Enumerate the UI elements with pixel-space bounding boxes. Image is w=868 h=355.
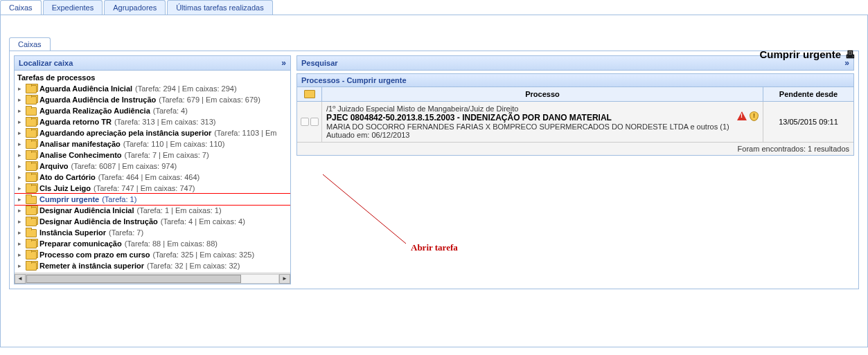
- row-court-path: /1º Juizado Especial Misto de Mangabeira…: [326, 104, 759, 113]
- scroll-thumb[interactable]: [26, 275, 241, 283]
- tree-item[interactable]: ▸Aguarda Audiência Inicial (Tarefa: 294 …: [15, 83, 290, 94]
- chevron-right-icon[interactable]: ▸: [16, 185, 23, 192]
- localizar-header[interactable]: Localizar caixa »: [14, 55, 291, 71]
- tree-item-counts: (Tarefa: 313 | Em caixas: 313): [114, 118, 216, 126]
- folder-icon: [26, 95, 37, 104]
- row-autuado: Autuado em: 06/12/2013: [326, 131, 759, 139]
- tree-item[interactable]: ▸Cumprir urgente (Tarefa: 1): [15, 194, 290, 205]
- row-flags: [737, 111, 759, 121]
- annotation-label: Abrir tarefa: [411, 242, 458, 253]
- chevron-right-icon[interactable]: ▸: [16, 240, 23, 247]
- folder-icon[interactable]: [304, 90, 315, 98]
- open-task-icon[interactable]: [301, 118, 309, 126]
- row-pendente-cell: 13/05/2015 09:11: [763, 102, 853, 142]
- chevron-right-icon[interactable]: ▸: [16, 96, 23, 103]
- folder-icon: [26, 217, 37, 226]
- folder-icon: [26, 117, 37, 127]
- grid-panel: Processos - Cumprir urgente Processo Pen…: [296, 73, 854, 156]
- chevron-right-icon[interactable]: ▸: [16, 207, 23, 214]
- chevron-right-icon[interactable]: ▸: [16, 107, 23, 114]
- scroll-right-arrow-icon[interactable]: ►: [279, 274, 290, 284]
- expand-icon[interactable]: »: [281, 58, 286, 68]
- table-row[interactable]: /1º Juizado Especial Misto de Mangabeira…: [297, 102, 853, 143]
- row-process-title[interactable]: PJEC 0804842-50.2013.8.15.2003 - INDENIZ…: [326, 113, 759, 122]
- inner-tab-caixas[interactable]: Caixas: [9, 37, 51, 51]
- folder-icon: [26, 261, 37, 271]
- outer-tab-bar: Caixas Expedientes Agrupadores Últimas t…: [0, 0, 868, 15]
- tree: Tarefas de processos ▸Aguarda Audiência …: [15, 71, 290, 273]
- chevron-right-icon[interactable]: ▸: [16, 129, 23, 136]
- folder-icon: [26, 194, 37, 204]
- scroll-track[interactable]: [26, 274, 279, 284]
- chevron-right-icon[interactable]: ▸: [16, 251, 23, 258]
- print-icon[interactable]: 🖶: [845, 49, 855, 60]
- tree-item[interactable]: ▸Analise Conhecimento (Tarefa: 7 | Em ca…: [15, 149, 290, 161]
- inner-tab-bar: Caixas: [9, 37, 859, 51]
- grid-header-pendente[interactable]: Pendente desde: [763, 87, 853, 101]
- tree-item-counts: (Tarefa: 4): [153, 107, 188, 115]
- tree-item[interactable]: ▸Designar Audiência Inicial (Tarefa: 1 |…: [15, 205, 290, 216]
- tab-expedientes[interactable]: Expedientes: [43, 0, 103, 15]
- tree-item[interactable]: ▸Aguarda Audiência de Instrução (Tarefa:…: [15, 94, 290, 105]
- folder-icon: [26, 128, 37, 138]
- tree-item[interactable]: ▸Aguarda Realização Audiência (Tarefa: 4…: [15, 105, 290, 116]
- horizontal-scrollbar[interactable]: ◄ ►: [15, 273, 290, 284]
- folder-icon: [26, 172, 37, 182]
- folder-icon: [26, 84, 37, 93]
- tree-item-counts: (Tarefa: 4 | Em caixas: 4): [161, 217, 245, 226]
- row-action-icon[interactable]: [310, 118, 319, 126]
- chevron-right-icon[interactable]: ▸: [16, 140, 23, 147]
- tree-item[interactable]: ▸Remeter à instância superior (Tarefa: 3…: [15, 260, 290, 271]
- chevron-right-icon[interactable]: ▸: [16, 152, 23, 158]
- tree-root-label: Tarefas de processos: [15, 72, 290, 83]
- folder-icon: [26, 183, 37, 193]
- tree-item-label: Cumprir urgente: [39, 195, 99, 203]
- tree-item-label: Aguarda Audiência Inicial: [39, 84, 132, 93]
- folder-icon: [26, 161, 37, 171]
- tree-item-counts: (Tarefa: 1103 | Em: [214, 129, 276, 137]
- folder-icon: [26, 206, 37, 215]
- right-column: Pesquisar » Processos - Cumprir urgente …: [296, 55, 854, 284]
- tree-item-counts: (Tarefa: 7): [109, 228, 143, 237]
- tree-item-counts: (Tarefa: 110 | Em caixas: 110): [123, 140, 225, 148]
- tree-item[interactable]: ▸Aguarda retorno TR (Tarefa: 313 | Em ca…: [15, 116, 290, 127]
- tab-ultimas-tarefas[interactable]: Últimas tarefas realizadas: [167, 0, 273, 15]
- chevron-right-icon[interactable]: ▸: [16, 262, 23, 269]
- chevron-right-icon[interactable]: ▸: [16, 196, 23, 203]
- tree-item-counts: (Tarefa: 1 | Em caixas: 1): [137, 206, 222, 215]
- tree-item-counts: (Tarefa: 294 | Em caixas: 294): [135, 84, 237, 93]
- tree-item-label: Aguarda Audiência de Instrução: [39, 95, 156, 104]
- tree-item[interactable]: ▸Designar Audiência de Instrução (Tarefa…: [15, 216, 290, 227]
- chevron-right-icon[interactable]: ▸: [16, 118, 23, 125]
- tree-item-label: Processo com prazo em curso: [39, 251, 150, 259]
- row-parties: MARIA DO SOCORRO FERNANDES FARIAS X BOMP…: [326, 122, 759, 131]
- grid-header-processo[interactable]: Processo: [322, 87, 763, 101]
- tree-item[interactable]: ▸Instância Superior (Tarefa: 7): [15, 227, 290, 238]
- tree-item-counts: (Tarefa: 747 | Em caixas: 747): [94, 184, 195, 192]
- tab-caixas[interactable]: Caixas: [0, 0, 42, 15]
- tree-item[interactable]: ▸Preparar comunicação (Tarefa: 88 | Em c…: [15, 238, 290, 249]
- tree-item-label: Analise Conhecimento: [39, 151, 122, 159]
- main-panel: Caixas Cumprir urgente 🖶 Localizar caixa…: [0, 15, 868, 347]
- chevron-right-icon[interactable]: ▸: [16, 163, 23, 170]
- tree-item-counts: (Tarefa: 325 | Em caixas: 325): [153, 251, 255, 259]
- folder-icon: [26, 139, 37, 149]
- tree-item[interactable]: ▸Ato do Cartório (Tarefa: 464 | Em caixa…: [15, 172, 290, 183]
- tab-agrupadores[interactable]: Agrupadores: [104, 0, 166, 15]
- scroll-left-arrow-icon[interactable]: ◄: [15, 274, 26, 284]
- chevron-right-icon[interactable]: ▸: [16, 174, 23, 181]
- tree-item[interactable]: ▸Aguardando apreciação pela instância su…: [15, 127, 290, 138]
- tree-item-counts: (Tarefa: 6087 | Em caixas: 974): [71, 162, 177, 170]
- pesquisar-label: Pesquisar: [301, 59, 338, 67]
- tree-item[interactable]: ▸Analisar manifestação (Tarefa: 110 | Em…: [15, 138, 290, 149]
- tree-item-counts: (Tarefa: 1): [102, 195, 136, 203]
- folder-icon: [26, 150, 37, 160]
- chevron-right-icon[interactable]: ▸: [16, 85, 23, 92]
- tree-item[interactable]: ▸Cls Juiz Leigo (Tarefa: 747 | Em caixas…: [15, 183, 290, 194]
- tree-item-label: Aguarda retorno TR: [39, 118, 112, 126]
- tree-item[interactable]: ▸Processo com prazo em curso (Tarefa: 32…: [15, 249, 290, 260]
- chevron-right-icon[interactable]: ▸: [16, 218, 23, 225]
- chevron-right-icon[interactable]: ▸: [16, 229, 23, 236]
- left-column: Localizar caixa » Tarefas de processos ▸…: [14, 55, 291, 284]
- tree-item[interactable]: ▸Arquivo (Tarefa: 6087 | Em caixas: 974): [15, 161, 290, 172]
